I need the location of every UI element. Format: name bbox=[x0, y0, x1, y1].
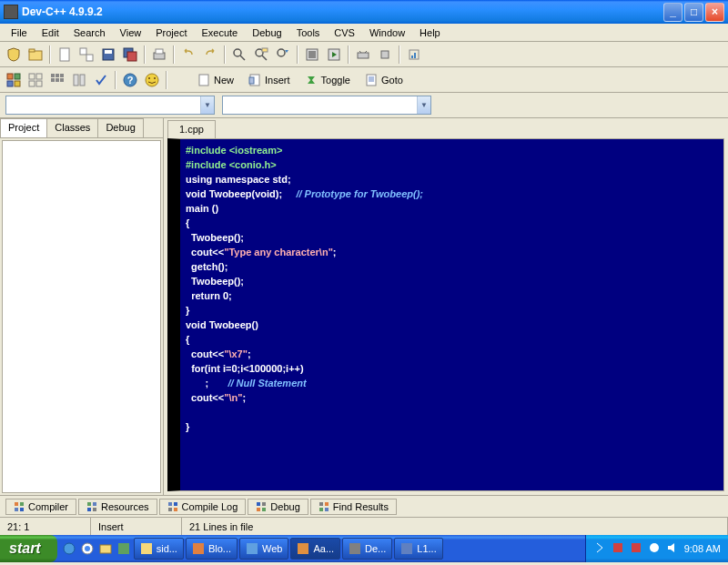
taskbar-task[interactable]: Web bbox=[239, 538, 288, 560]
system-tray[interactable]: 9:08 AM bbox=[585, 535, 728, 562]
taskbar-task[interactable]: L1... bbox=[394, 538, 442, 560]
print-icon[interactable] bbox=[149, 45, 169, 65]
chrome-icon[interactable] bbox=[79, 540, 96, 557]
maximize-button[interactable]: □ bbox=[684, 3, 703, 22]
ie-icon[interactable] bbox=[61, 540, 77, 557]
project-tree[interactable] bbox=[2, 140, 161, 493]
svg-rect-36 bbox=[51, 78, 55, 82]
output-tab-debug[interactable]: Debug bbox=[248, 499, 308, 515]
tray-icon[interactable] bbox=[612, 541, 626, 556]
undo-icon[interactable] bbox=[178, 45, 198, 65]
replace-icon[interactable] bbox=[251, 45, 271, 65]
app-icon[interactable] bbox=[116, 540, 132, 557]
svg-rect-49 bbox=[367, 75, 376, 86]
left-tab-classes[interactable]: Classes bbox=[46, 118, 98, 137]
grid4-icon[interactable] bbox=[69, 70, 89, 90]
output-tab-compiler[interactable]: Compiler bbox=[5, 499, 76, 515]
debug-icon[interactable] bbox=[353, 45, 373, 65]
menu-view[interactable]: View bbox=[113, 25, 149, 40]
output-tab-resources[interactable]: Resources bbox=[78, 499, 157, 515]
save-all-icon[interactable] bbox=[120, 45, 140, 65]
svg-rect-27 bbox=[7, 81, 13, 86]
svg-rect-39 bbox=[74, 75, 78, 86]
redo-icon[interactable] bbox=[200, 45, 220, 65]
left-tab-debug[interactable]: Debug bbox=[97, 118, 143, 137]
menu-window[interactable]: Window bbox=[362, 25, 412, 40]
taskbar-task[interactable]: Aa... bbox=[290, 538, 340, 560]
status-position: 21: 1 bbox=[0, 518, 91, 535]
tray-icon[interactable] bbox=[593, 541, 608, 556]
svg-rect-4 bbox=[86, 55, 93, 61]
left-tab-project[interactable]: Project bbox=[0, 118, 47, 137]
function-combo[interactable]: ▼ bbox=[222, 96, 431, 115]
svg-rect-71 bbox=[319, 508, 323, 511]
menu-search[interactable]: Search bbox=[66, 25, 113, 40]
profile-icon[interactable] bbox=[404, 45, 424, 65]
svg-rect-78 bbox=[141, 543, 152, 554]
menu-cvs[interactable]: CVS bbox=[327, 25, 362, 40]
class-combo[interactable]: ▼ bbox=[5, 96, 215, 115]
new-project-icon[interactable] bbox=[76, 45, 96, 65]
svg-rect-84 bbox=[613, 543, 622, 552]
minimize-button[interactable]: _ bbox=[663, 3, 682, 22]
svg-rect-1 bbox=[29, 49, 35, 52]
menu-help[interactable]: Help bbox=[412, 25, 448, 40]
insert-button[interactable]: Insert bbox=[242, 70, 297, 90]
tray-icon[interactable] bbox=[630, 541, 644, 556]
new-file-icon[interactable] bbox=[55, 45, 75, 65]
stop-debug-icon[interactable] bbox=[375, 45, 395, 65]
find-icon[interactable] bbox=[229, 45, 249, 65]
menu-debug[interactable]: Debug bbox=[245, 25, 288, 40]
svg-rect-72 bbox=[325, 508, 329, 511]
find-next-icon[interactable] bbox=[273, 45, 293, 65]
svg-rect-76 bbox=[100, 545, 111, 553]
svg-point-43 bbox=[146, 74, 158, 86]
new-button[interactable]: New bbox=[191, 70, 240, 90]
menu-edit[interactable]: Edit bbox=[35, 25, 66, 40]
grid2-icon[interactable] bbox=[25, 70, 46, 90]
svg-line-14 bbox=[262, 55, 267, 60]
taskbar-task[interactable]: sid... bbox=[134, 538, 184, 560]
svg-point-75 bbox=[85, 546, 90, 551]
svg-rect-31 bbox=[29, 81, 35, 86]
svg-rect-58 bbox=[93, 502, 96, 506]
tray-icon[interactable] bbox=[648, 541, 662, 556]
menu-tools[interactable]: Tools bbox=[289, 25, 328, 40]
svg-rect-64 bbox=[174, 508, 177, 511]
svg-rect-65 bbox=[257, 502, 260, 506]
save-icon[interactable] bbox=[98, 45, 118, 65]
help-icon[interactable]: ? bbox=[120, 70, 140, 90]
goto-button[interactable]: Goto bbox=[359, 70, 410, 90]
grid1-icon[interactable] bbox=[4, 70, 24, 90]
svg-rect-38 bbox=[60, 78, 64, 82]
output-tab-compile-log[interactable]: Compile Log bbox=[159, 499, 247, 515]
compile-icon[interactable] bbox=[302, 45, 322, 65]
menu-file[interactable]: File bbox=[4, 25, 35, 40]
menu-project[interactable]: Project bbox=[148, 25, 194, 40]
status-mode: Insert bbox=[91, 518, 182, 535]
volume-icon[interactable] bbox=[666, 541, 681, 556]
toggle-label: Toggle bbox=[321, 75, 350, 86]
explorer-icon[interactable] bbox=[97, 540, 114, 557]
start-button[interactable]: start bbox=[0, 535, 57, 562]
run-icon[interactable] bbox=[324, 45, 344, 65]
close-button[interactable]: × bbox=[705, 3, 724, 22]
output-tab-find-results[interactable]: Find Results bbox=[310, 499, 397, 515]
check-icon[interactable] bbox=[91, 70, 111, 90]
grid3-icon[interactable] bbox=[47, 70, 67, 90]
open-project-icon[interactable] bbox=[25, 45, 46, 65]
svg-point-44 bbox=[148, 77, 150, 79]
toggle-button[interactable]: Toggle bbox=[298, 70, 357, 90]
editor-tab[interactable]: 1.cpp bbox=[167, 120, 216, 138]
menu-execute[interactable]: Execute bbox=[194, 25, 245, 40]
svg-rect-54 bbox=[20, 502, 24, 506]
svg-rect-80 bbox=[247, 543, 258, 554]
code-editor[interactable]: #include <iostream>#include <conio.h>usi… bbox=[167, 138, 724, 491]
shield-icon[interactable] bbox=[4, 45, 24, 65]
svg-rect-70 bbox=[325, 502, 329, 506]
taskbar-task[interactable]: Blo... bbox=[186, 538, 238, 560]
taskbar-task[interactable]: De... bbox=[342, 538, 392, 560]
svg-rect-10 bbox=[156, 49, 163, 54]
about-icon[interactable] bbox=[142, 70, 162, 90]
svg-rect-3 bbox=[80, 48, 86, 55]
